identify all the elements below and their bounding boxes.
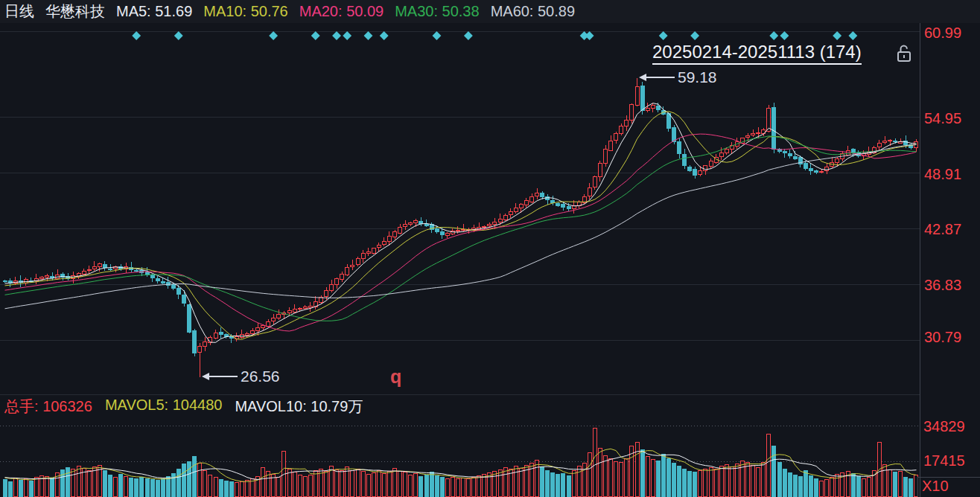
period-label[interactable]: 日线	[4, 1, 34, 22]
mavol10-legend: MAVOL10: 10.79万	[235, 397, 363, 417]
stock-name[interactable]: 华懋科技	[45, 1, 105, 22]
ma30-legend: MA30: 50.38	[395, 3, 479, 20]
price-axis-label: 42.87	[924, 221, 961, 238]
volume-header-bar: 总手: 106326 MAVOL5: 104480 MAVOL10: 10.79…	[4, 397, 375, 417]
price-axis-label: 48.91	[924, 166, 961, 183]
watermark-q: q	[390, 366, 401, 388]
volume-multiplier-badge: X10	[917, 477, 980, 497]
volume-total-legend: 总手: 106326	[4, 397, 92, 417]
ma60-legend: MA60: 50.89	[491, 3, 575, 20]
chart-header-bar: 日线 华懋科技 MA5: 51.69 MA10: 50.76 MA20: 50.…	[0, 0, 980, 23]
volume-axis-label: 34829	[923, 418, 965, 435]
ma20-legend: MA20: 50.09	[299, 3, 384, 20]
volume-axis-label: 17415	[923, 452, 965, 469]
price-axis-label: 36.83	[924, 277, 961, 294]
mavol5-legend: MAVOL5: 104480	[105, 397, 223, 417]
low-annotation: 26.56	[198, 368, 280, 385]
unlocked-padlock-icon[interactable]	[896, 44, 912, 66]
price-axis-label: 54.95	[924, 110, 961, 127]
high-annotation: 59.18	[635, 68, 717, 86]
date-range-label[interactable]: 20250214-20251113 (174)	[652, 42, 862, 65]
stock-chart-window: 日线 华懋科技 MA5: 51.69 MA10: 50.76 MA20: 50.…	[0, 0, 980, 497]
left-arrow-icon	[635, 74, 675, 81]
ma10-legend: MA10: 50.76	[203, 3, 287, 20]
price-axis-label: 60.99	[924, 25, 961, 42]
candlestick-chart-canvas[interactable]	[0, 0, 980, 497]
ma5-legend: MA5: 51.69	[116, 3, 192, 20]
left-arrow-icon	[198, 373, 238, 380]
price-axis-label: 30.79	[924, 329, 961, 346]
